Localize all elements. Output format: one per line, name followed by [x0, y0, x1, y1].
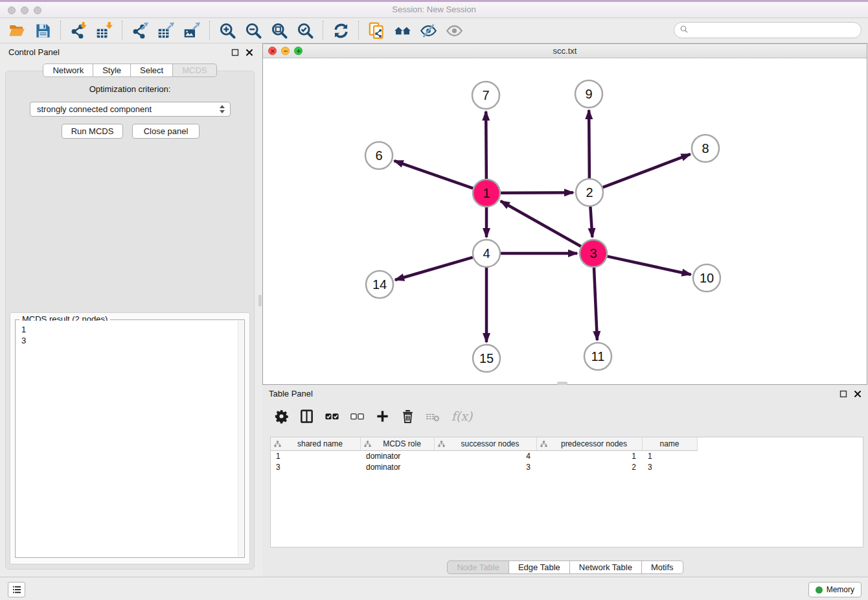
run-mcds-button[interactable]: Run MCDS	[62, 124, 123, 139]
node-8[interactable]: 8	[692, 135, 719, 162]
memory-button[interactable]: Memory	[808, 582, 862, 597]
column-header-mcds-role[interactable]: MCDS role	[361, 437, 435, 451]
column-header-shared-name[interactable]: shared name	[271, 437, 361, 451]
table-cell[interactable]: dominator	[361, 451, 435, 462]
edge-4-14[interactable]	[395, 257, 473, 280]
table-cell[interactable]: 3	[435, 462, 537, 473]
node-14[interactable]: 14	[366, 271, 393, 298]
table-cell[interactable]: 1	[271, 451, 361, 462]
export-image-icon	[183, 22, 201, 40]
tab-style[interactable]: Style	[93, 63, 131, 77]
deselect-all-button[interactable]	[347, 406, 367, 426]
node-6[interactable]: 6	[365, 142, 393, 169]
vertical-splitter-handle[interactable]	[258, 295, 262, 306]
table-cell[interactable]: 4	[435, 451, 537, 462]
delete-column-button[interactable]	[398, 406, 417, 426]
node-10[interactable]: 10	[693, 264, 720, 292]
hide-selected-button[interactable]	[418, 21, 439, 40]
import-network-button[interactable]	[68, 21, 89, 40]
search-input[interactable]	[692, 25, 856, 35]
search-box[interactable]	[674, 22, 862, 38]
edge-3-1[interactable]	[501, 201, 581, 246]
table-tab-node-table[interactable]: Node Table	[447, 560, 509, 574]
refresh-view-button[interactable]	[330, 21, 351, 40]
table-cell[interactable]: 1	[537, 451, 643, 462]
function-builder-button[interactable]: f(x)	[448, 406, 475, 426]
export-network-button[interactable]	[130, 21, 150, 40]
table-tab-edge-table[interactable]: Edge Table	[509, 560, 570, 574]
zoom-in-button[interactable]	[217, 21, 238, 40]
first-neighbors-button[interactable]	[392, 21, 413, 40]
table-settings-button[interactable]	[271, 406, 291, 426]
tab-network[interactable]: Network	[43, 63, 93, 77]
mcds-result-area[interactable]: 13	[16, 321, 244, 557]
delete-table-button[interactable]	[423, 406, 442, 426]
table-tabs: Node TableEdge TableNetwork TableMotifs	[262, 560, 868, 574]
float-table-panel-button[interactable]	[839, 389, 847, 398]
network-graph: 1234678910111415	[263, 58, 867, 385]
table-tab-motifs[interactable]: Motifs	[642, 560, 683, 574]
export-table-button[interactable]	[155, 21, 176, 40]
network-canvas[interactable]: 1234678910111415	[263, 58, 867, 384]
float-icon	[839, 390, 847, 398]
toolbar-group	[6, 21, 53, 40]
tab-mcds[interactable]: MCDS	[173, 63, 216, 77]
edge-2-8[interactable]	[603, 154, 691, 187]
edge-1-2[interactable]	[501, 192, 573, 193]
column-view-button[interactable]	[297, 406, 316, 426]
table-tab-network-table[interactable]: Network Table	[570, 560, 642, 574]
column-header-successor-nodes[interactable]: successor nodes	[435, 437, 537, 451]
column-header-predecessor-nodes[interactable]: predecessor nodes	[537, 437, 643, 451]
close-table-panel-button[interactable]	[853, 389, 862, 398]
float-panel-button[interactable]	[231, 48, 239, 56]
import-table-button[interactable]	[94, 21, 115, 40]
export-image-button[interactable]	[181, 21, 202, 40]
save-session-button[interactable]	[32, 21, 53, 40]
show-all-button[interactable]	[444, 21, 464, 40]
column-header-label: successor nodes	[448, 439, 536, 448]
add-column-button[interactable]	[372, 406, 392, 426]
node-3[interactable]: 3	[580, 240, 607, 267]
column-header-label: shared name	[284, 439, 360, 448]
table-cell[interactable]: 1	[643, 451, 698, 462]
table-row[interactable]: 3dominator323	[271, 462, 863, 473]
control-panel-header: Control Panel	[0, 43, 260, 61]
edge-3-11[interactable]	[594, 268, 597, 340]
zoom-fit-button[interactable]	[269, 21, 290, 40]
table-cell[interactable]: 3	[271, 462, 361, 473]
edge-1-6[interactable]	[394, 161, 474, 188]
clone-network-button[interactable]	[366, 21, 387, 40]
column-header-name[interactable]: name	[643, 437, 698, 451]
node-2[interactable]: 2	[576, 179, 603, 206]
close-panel-button[interactable]	[245, 48, 253, 56]
node-label: 9	[585, 87, 592, 101]
node-7[interactable]: 7	[472, 82, 499, 109]
edge-2-9[interactable]	[589, 110, 589, 178]
task-history-button[interactable]	[8, 582, 25, 597]
node-1[interactable]: 1	[473, 179, 500, 207]
toolbar-group	[130, 21, 202, 40]
node-4[interactable]: 4	[473, 240, 500, 267]
table-cell[interactable]: dominator	[361, 462, 435, 473]
table-cell[interactable]: 2	[537, 462, 643, 473]
table-row[interactable]: 1dominator411	[271, 451, 863, 462]
node-11[interactable]: 11	[584, 343, 611, 370]
select-all-button[interactable]	[322, 406, 341, 426]
zoom-out-button[interactable]	[243, 21, 264, 40]
optimization-criterion-dropdown[interactable]: strongly connected component	[30, 102, 231, 117]
node-label: 15	[479, 351, 494, 365]
control-panel: Control Panel NetworkStyleSelectMCDS Opt…	[0, 43, 260, 577]
edge-1-7[interactable]	[486, 111, 486, 179]
table-cell[interactable]: 3	[643, 462, 698, 473]
result-scrollbar[interactable]	[238, 321, 244, 557]
node-label: 1	[483, 186, 490, 200]
zoom-selected-button[interactable]	[295, 21, 315, 40]
edge-3-10[interactable]	[607, 257, 691, 275]
network-window-titlebar[interactable]: scc.txt	[263, 44, 867, 58]
close-panel-button-mcds[interactable]: Close panel	[132, 124, 200, 139]
open-file-button[interactable]	[6, 21, 27, 40]
tab-select[interactable]: Select	[131, 63, 173, 77]
edge-2-3[interactable]	[590, 207, 592, 237]
node-9[interactable]: 9	[575, 80, 602, 108]
node-15[interactable]: 15	[473, 345, 500, 372]
